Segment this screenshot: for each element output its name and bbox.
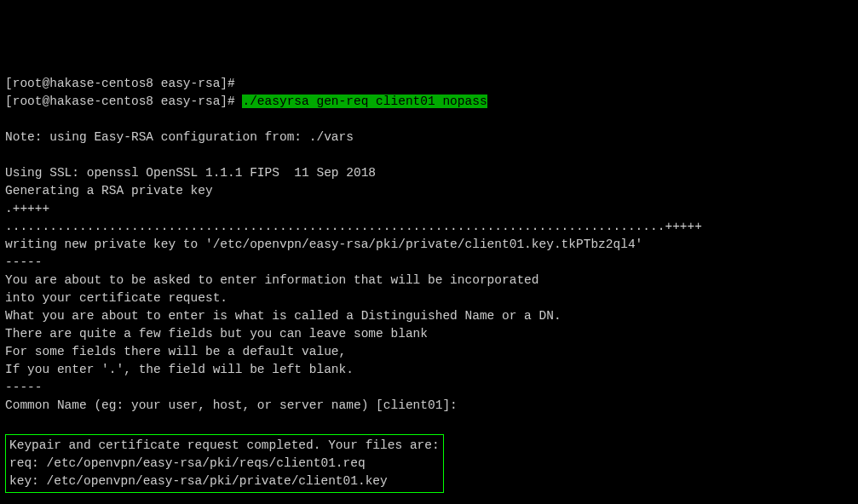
output-line: -----: [5, 381, 43, 394]
terminal-output[interactable]: [root@hakase-centos8 easy-rsa]# [root@ha…: [5, 75, 853, 504]
output-line: into your certificate request.: [5, 291, 227, 305]
output-line: What you are about to enter is what is c…: [5, 309, 561, 323]
result-box: Keypair and certificate request complete…: [5, 434, 444, 493]
box-line: Keypair and certificate request complete…: [9, 438, 440, 452]
output-line: Common Name (eg: your user, host, or ser…: [5, 398, 458, 412]
output-line: You are about to be asked to enter infor…: [5, 273, 539, 287]
command-text: ./easyrsa gen-req client01 nopass: [242, 94, 487, 108]
output-line: .+++++: [5, 202, 49, 215]
output-line: -----: [5, 255, 43, 269]
output-line: Note: using Easy-RSA configuration from:…: [5, 130, 354, 144]
output-line: ........................................…: [5, 220, 702, 233]
output-line: Generating a RSA private key: [5, 184, 213, 198]
box-line: req: /etc/openvpn/easy-rsa/pki/reqs/clie…: [9, 456, 366, 470]
output-line: For some fields there will be a default …: [5, 345, 346, 358]
output-line: There are quite a few fields but you can…: [5, 327, 428, 341]
prompt-line: [root@hakase-centos8 easy-rsa]#: [5, 94, 242, 108]
output-line: If you enter '.', the field will be left…: [5, 363, 354, 376]
output-line: Using SSL: openssl OpenSSL 1.1.1 FIPS 11…: [5, 166, 376, 180]
prompt-line: [root@hakase-centos8 easy-rsa]#: [5, 77, 235, 90]
output-line: writing new private key to '/etc/openvpn…: [5, 238, 642, 251]
box-line: key: /etc/openvpn/easy-rsa/pki/private/c…: [9, 474, 388, 488]
